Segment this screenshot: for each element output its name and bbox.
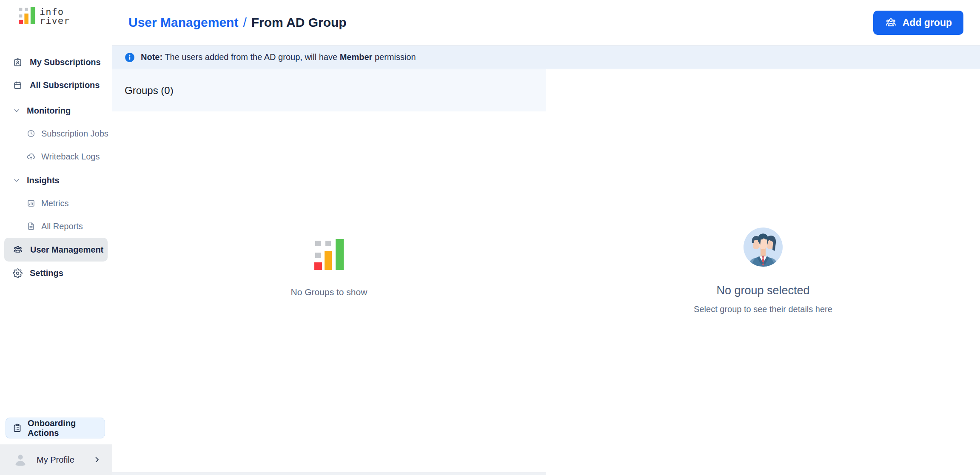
no-group-selected-title: No group selected xyxy=(716,284,809,297)
clock-icon xyxy=(26,129,36,138)
my-profile-label: My Profile xyxy=(37,455,74,465)
chevron-down-icon xyxy=(13,107,20,114)
groups-empty-state: No Groups to show xyxy=(112,111,546,472)
sidebar-item-all-reports[interactable]: All Reports xyxy=(0,215,112,238)
chevron-right-icon xyxy=(93,455,101,464)
note-body-1: The users added from the AD group, will … xyxy=(162,52,340,62)
gear-icon xyxy=(13,268,23,278)
page-header: User Management / From AD Group Add grou… xyxy=(112,0,980,46)
sidebar-item-all-subscriptions[interactable]: All Subscriptions xyxy=(0,74,112,97)
breadcrumb-user-management-link[interactable]: User Management xyxy=(128,15,238,30)
report-icon xyxy=(26,222,36,231)
groups-panel: Groups (0) xyxy=(112,69,546,473)
bottom-strip xyxy=(112,473,546,475)
groups-empty-message: No Groups to show xyxy=(291,287,368,297)
app-logo-text: info river xyxy=(40,7,70,25)
app-window: info river My Subscriptions xyxy=(0,0,980,475)
groups-panel-column: Groups (0) xyxy=(112,69,546,475)
onboarding-actions-label: Onboarding Actions xyxy=(28,418,105,438)
calendar-icon xyxy=(13,80,23,90)
page-title: From AD Group xyxy=(251,15,347,30)
profile-avatar-icon xyxy=(13,452,28,467)
add-group-button[interactable]: Add group xyxy=(873,11,963,35)
bar-chart-icon xyxy=(26,199,36,208)
no-group-selected-subtitle: Select group to see their details here xyxy=(694,304,832,314)
sidebar-nav: My Subscriptions All Subscriptions xyxy=(0,51,112,284)
app-logo: info river xyxy=(0,0,112,25)
breadcrumb: User Management / From AD Group xyxy=(128,15,347,30)
empty-state-logo-icon xyxy=(314,239,344,270)
sidebar-item-subscription-jobs[interactable]: Subscription Jobs xyxy=(0,122,112,145)
groups-count-title: Groups (0) xyxy=(125,85,174,97)
sidebar-item-label: My Subscriptions xyxy=(30,57,101,67)
sidebar-item-settings[interactable]: Settings xyxy=(0,262,112,284)
sidebar-item-label: Subscription Jobs xyxy=(41,129,108,139)
sidebar-section-label: Insights xyxy=(27,176,60,185)
add-group-label: Add group xyxy=(903,17,952,28)
sidebar: info river My Subscriptions xyxy=(0,0,112,475)
cloud-upload-icon xyxy=(26,152,36,161)
sidebar-section-monitoring[interactable]: Monitoring xyxy=(0,99,112,122)
my-profile-row[interactable]: My Profile xyxy=(0,444,112,475)
sidebar-section-insights[interactable]: Insights xyxy=(0,169,112,192)
group-details-panel: No group selected Select group to see th… xyxy=(546,69,980,475)
sidebar-item-writeback-logs[interactable]: Writeback Logs xyxy=(0,145,112,168)
id-card-icon xyxy=(13,57,23,67)
inforiver-logo-icon xyxy=(19,7,35,24)
info-icon xyxy=(124,52,135,63)
chevron-down-icon xyxy=(13,176,20,184)
note-body-2: permission xyxy=(372,52,416,62)
groups-panel-header: Groups (0) xyxy=(112,69,546,111)
sidebar-item-label: User Management xyxy=(30,245,103,255)
note-member-word: Member xyxy=(340,52,373,62)
sidebar-item-user-management[interactable]: User Management xyxy=(4,238,108,262)
sidebar-item-label: Metrics xyxy=(41,199,68,208)
sidebar-item-my-subscriptions[interactable]: My Subscriptions xyxy=(0,51,112,74)
content-area: Groups (0) xyxy=(112,69,980,475)
user-group-icon xyxy=(13,245,23,255)
sidebar-section-label: Monitoring xyxy=(27,106,71,116)
group-people-illustration xyxy=(743,227,783,267)
sidebar-item-label: All Subscriptions xyxy=(30,80,100,90)
onboarding-actions-button[interactable]: Onboarding Actions xyxy=(6,418,105,438)
note-text: Note: The users added from the AD group,… xyxy=(141,52,416,62)
add-group-icon xyxy=(885,17,897,29)
note-banner: Note: The users added from the AD group,… xyxy=(112,46,980,69)
breadcrumb-separator: / xyxy=(243,15,246,30)
main-area: User Management / From AD Group Add grou… xyxy=(112,0,980,475)
sidebar-item-label: Settings xyxy=(30,268,63,278)
sidebar-item-label: Writeback Logs xyxy=(41,152,100,162)
clipboard-icon xyxy=(12,423,22,433)
sidebar-item-metrics[interactable]: Metrics xyxy=(0,192,112,215)
sidebar-item-label: All Reports xyxy=(41,222,83,231)
note-prefix: Note: xyxy=(141,52,162,62)
